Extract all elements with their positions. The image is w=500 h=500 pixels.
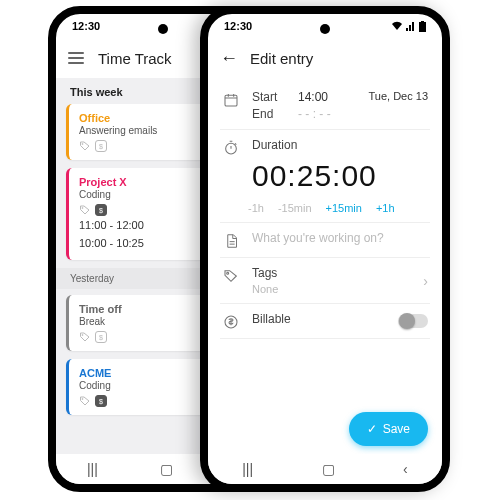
menu-icon[interactable] [68,52,84,64]
billable-label: Billable [252,312,386,326]
camera-cutout [158,24,168,34]
status-time: 12:30 [72,20,100,32]
svg-rect-5 [421,21,424,22]
description-row[interactable]: What you're working on? [222,223,428,257]
app-bar: ← Edit entry [208,38,442,78]
duration-adjust: -1h -15min +15min +1h [248,202,428,214]
billable-icon: $ [95,204,107,216]
duration-label: Duration [252,138,428,152]
tag-icon [222,266,240,284]
billable-icon: $ [95,395,107,407]
duration-row: Duration 00:25:00 -1h -15min +15min +1h [222,130,428,222]
end-label: End [252,107,292,121]
tag-icon [79,395,91,407]
back-icon[interactable]: ← [220,48,238,69]
duration-value[interactable]: 00:25:00 [252,155,428,199]
plus-1h-button[interactable]: +1h [376,202,395,214]
battery-icon [419,21,426,32]
svg-point-2 [82,335,83,336]
start-date[interactable]: Tue, Dec 13 [368,90,428,104]
tag-icon [79,140,91,152]
billable-icon: $ [95,331,107,343]
tag-icon [79,204,91,216]
stopwatch-icon [222,138,240,156]
check-icon: ✓ [367,422,377,436]
start-time[interactable]: 14:00 [292,90,368,104]
tags-label: Tags [252,266,411,280]
tags-row[interactable]: Tags None › [222,258,428,303]
home-icon[interactable]: ▢ [160,461,173,477]
dollar-icon [222,312,240,330]
screen-title: Edit entry [250,50,313,67]
start-label: Start [252,90,292,104]
billable-toggle[interactable] [398,314,428,328]
description-input[interactable]: What you're working on? [252,231,384,245]
billable-icon: $ [95,140,107,152]
tag-icon [79,331,91,343]
recent-apps-icon[interactable]: ||| [87,461,98,477]
android-navbar: ||| ▢ ‹ [208,454,442,484]
svg-point-1 [82,208,83,209]
minus-15m-button[interactable]: -15min [278,202,312,214]
calendar-icon [222,90,240,108]
chevron-right-icon: › [423,273,428,289]
status-icons [391,21,426,32]
wifi-icon [391,21,403,31]
status-time: 12:30 [224,20,252,32]
app-title: Time Track [98,50,172,67]
edit-entry-content: Start 14:00 Tue, Dec 13 End - - : - - Du… [208,78,442,343]
recent-apps-icon[interactable]: ||| [242,461,253,477]
week-label: This week [70,86,123,98]
home-icon[interactable]: ▢ [322,461,335,477]
billable-row: Billable [222,304,428,338]
plus-15m-button[interactable]: +15min [326,202,362,214]
end-time[interactable]: - - : - - [292,107,428,121]
back-nav-icon[interactable]: ‹ [403,461,408,477]
signal-icon [406,21,416,31]
phone-right: 12:30 ← Edit entry Start 14:00 Tue, Dec … [200,6,450,492]
camera-cutout [320,24,330,34]
svg-point-3 [82,399,83,400]
svg-point-0 [82,144,83,145]
svg-rect-6 [225,95,237,106]
save-button[interactable]: ✓ Save [349,412,428,446]
time-row: Start 14:00 Tue, Dec 13 End - - : - - [222,82,428,129]
save-label: Save [383,422,410,436]
document-icon [222,231,240,249]
tags-value: None [252,283,411,295]
svg-point-8 [227,272,229,274]
svg-rect-4 [419,22,426,32]
minus-1h-button[interactable]: -1h [248,202,264,214]
